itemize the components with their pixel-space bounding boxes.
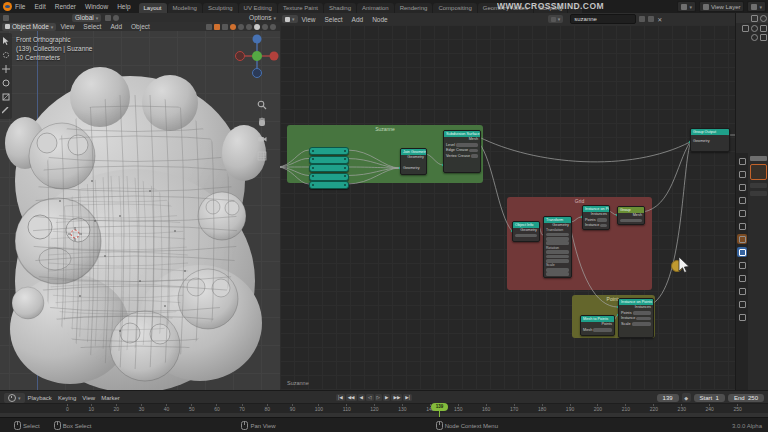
overlays-icon[interactable] (230, 24, 236, 30)
tool-icon[interactable] (3, 15, 9, 21)
new-datablock-icon[interactable] (648, 16, 654, 22)
orientation-dropdown[interactable]: Global▾ (72, 14, 101, 22)
node-transform[interactable]: Transform Geometry Translation Rotation … (543, 216, 572, 278)
timeline-menu-item[interactable]: Playback (28, 395, 52, 401)
workspace-tab[interactable]: Animation (357, 3, 394, 13)
tab-object[interactable] (737, 234, 747, 244)
outliner-row[interactable] (736, 32, 768, 41)
frame-end-field[interactable]: End 250 (728, 394, 764, 402)
unlink-icon[interactable]: ✕ (657, 16, 662, 23)
render-visibility-icon[interactable] (760, 25, 767, 32)
tab-particles[interactable] (737, 260, 747, 270)
workspace-tab[interactable]: Shading (324, 3, 356, 13)
tab-render[interactable] (737, 169, 747, 179)
move-tool-icon[interactable] (0, 63, 12, 75)
hide-icon[interactable] (751, 25, 758, 32)
viewport-menu-item[interactable]: Object (131, 23, 150, 30)
tab-modifiers[interactable] (737, 247, 747, 257)
viewport-3d[interactable]: Front Orthographic (139) Collection | Su… (0, 31, 280, 390)
tab-tool[interactable] (737, 156, 747, 166)
workspace-tab[interactable]: Layout (139, 3, 167, 13)
node-editor-canvas[interactable]: Suzanne Grid Points (280, 25, 735, 390)
node-menu-item[interactable]: Add (352, 16, 364, 23)
workspace-tab[interactable]: UV Editing (239, 3, 277, 13)
snapping-icon[interactable] (214, 24, 220, 30)
tab-physics[interactable] (737, 273, 747, 283)
search-icon[interactable] (760, 15, 767, 22)
playback-button[interactable]: ▶| (403, 394, 412, 401)
scene-selector[interactable]: ▾ (677, 1, 696, 12)
collapsed-node[interactable] (309, 147, 349, 155)
xray-icon[interactable] (238, 24, 244, 30)
playback-button[interactable]: |◀ (336, 394, 345, 401)
add-modifier-button[interactable] (750, 156, 767, 161)
node-menu-item[interactable]: Node (372, 16, 388, 23)
view-layer-selector[interactable]: View Layer (699, 1, 745, 12)
node-group[interactable]: Group Mesh (617, 206, 645, 225)
cursor-tool-icon[interactable] (0, 49, 12, 61)
gizmo-toggle-icon[interactable] (222, 24, 228, 30)
navigation-gizmo[interactable] (234, 33, 280, 79)
workspace-tab[interactable]: Compositing (433, 3, 476, 13)
camera-view-icon[interactable] (256, 133, 268, 145)
collapsed-node[interactable] (309, 173, 349, 181)
current-frame-field[interactable]: 139 (657, 394, 679, 402)
node-instance-on-points-1[interactable]: Instance on Points Instances Points Inst… (582, 205, 610, 230)
tab-constraints[interactable] (737, 286, 747, 296)
current-frame-indicator[interactable]: 139 (431, 403, 448, 411)
node-object-info[interactable]: Object Info Geometry (512, 221, 540, 242)
playback-button[interactable]: ◀ (358, 394, 365, 401)
workspace-tab[interactable]: Modeling (168, 3, 202, 13)
scale-tool-icon[interactable] (0, 91, 12, 103)
proportional-edit-icon[interactable] (113, 15, 119, 21)
collapsed-node[interactable] (309, 164, 349, 172)
node-instance-on-points-2[interactable]: Instance on Points Instances Points Inst… (618, 298, 654, 338)
viewport-menu-item[interactable]: View (60, 23, 74, 30)
geometry-nodes-dropdown[interactable]: ▾ (548, 15, 564, 23)
rotate-tool-icon[interactable] (0, 77, 12, 89)
zoom-icon[interactable] (256, 99, 268, 111)
viewport-menu-item[interactable]: Add (110, 23, 122, 30)
suzanne-model[interactable] (0, 31, 280, 390)
playback-button[interactable]: ▶ (383, 394, 390, 401)
snap-magnet-icon[interactable] (105, 15, 111, 21)
panel-row[interactable] (750, 191, 767, 196)
shading-material-icon[interactable] (262, 24, 268, 30)
tab-view-layer[interactable] (737, 195, 747, 205)
outliner-row[interactable] (736, 23, 768, 32)
fake-user-icon[interactable] (639, 16, 645, 22)
workspace-tab[interactable]: Sculpting (203, 3, 238, 13)
playback-button[interactable]: ◀◀ (346, 394, 357, 401)
playback-button[interactable]: ▷ (375, 394, 382, 401)
tab-data[interactable] (737, 299, 747, 309)
frame-start-field[interactable]: Start 1 (694, 394, 725, 402)
transform-pivot-icon[interactable] (206, 24, 212, 30)
workspace-tab[interactable]: Rendering (395, 3, 433, 13)
view-layer-menu[interactable]: ▾ (747, 1, 766, 12)
menu-item[interactable]: File (15, 3, 25, 10)
panel-row[interactable] (750, 183, 767, 188)
node-group-output[interactable]: Group Output Geometry (690, 128, 730, 152)
workspace-tab[interactable]: Texture Paint (278, 3, 323, 13)
mode-dropdown[interactable]: Object Mode▾ (2, 23, 56, 31)
collapsed-node[interactable] (309, 181, 349, 189)
timeline-menu-item[interactable]: Keying (58, 395, 76, 401)
modifier-panel[interactable] (750, 164, 767, 180)
menu-item[interactable]: Render (55, 3, 76, 10)
tab-material[interactable] (737, 312, 747, 322)
select-tool-icon[interactable] (0, 35, 12, 47)
editor-type-dropdown[interactable]: ▾ (282, 15, 298, 23)
auto-key-icon[interactable]: ◆ (682, 393, 691, 402)
timeline-menu-item[interactable]: View (82, 395, 95, 401)
menu-item[interactable]: Help (117, 3, 130, 10)
playback-button[interactable]: ◁ (366, 394, 373, 401)
tab-output[interactable] (737, 182, 747, 192)
collapsed-node[interactable] (309, 156, 349, 164)
render-visibility-icon[interactable] (760, 34, 767, 41)
shading-solid-icon[interactable] (254, 24, 260, 30)
node-menu-item[interactable]: Select (325, 16, 343, 23)
pan-hand-icon[interactable] (256, 116, 268, 128)
blender-logo-icon[interactable] (3, 2, 12, 11)
editor-type-dropdown-timeline[interactable]: ▾ (4, 393, 25, 403)
hide-icon[interactable] (751, 34, 758, 41)
